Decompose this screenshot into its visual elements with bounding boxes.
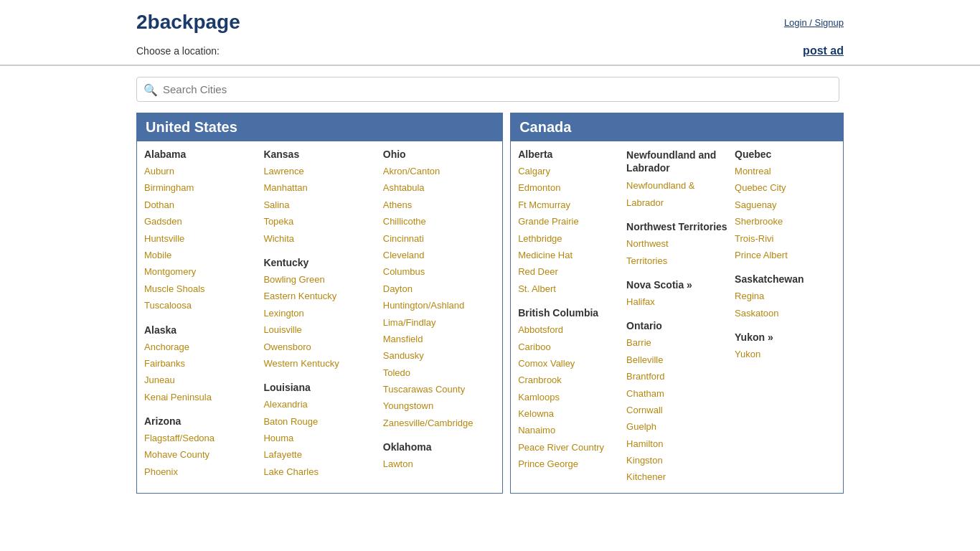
city-prince-george[interactable]: Prince George xyxy=(518,456,619,472)
city-ashtabula[interactable]: Ashtabula xyxy=(383,179,495,196)
us-column-1: Alabama Auburn Birmingham Dothan Gadsden… xyxy=(144,149,256,480)
city-kitchener[interactable]: Kitchener xyxy=(626,468,727,485)
state-alaska: Alaska xyxy=(144,324,256,336)
city-quebec-city[interactable]: Quebec City xyxy=(735,179,836,196)
state-kentucky: Kentucky xyxy=(263,257,375,268)
city-nanaimo[interactable]: Nanaimo xyxy=(518,422,619,438)
city-grande-prairie[interactable]: Grande Prairie xyxy=(518,213,619,230)
city-cornwall[interactable]: Cornwall xyxy=(626,402,727,418)
city-calgary[interactable]: Calgary xyxy=(518,163,619,179)
city-huntington[interactable]: Huntington/Ashland xyxy=(383,297,495,314)
city-kingston[interactable]: Kingston xyxy=(626,452,727,468)
city-auburn[interactable]: Auburn xyxy=(144,163,256,179)
city-mansfield[interactable]: Mansfield xyxy=(383,331,495,347)
city-barrie[interactable]: Barrie xyxy=(626,334,727,351)
city-st-albert[interactable]: St. Albert xyxy=(518,281,619,297)
city-akron[interactable]: Akron/Canton xyxy=(383,163,495,179)
city-guelph[interactable]: Guelph xyxy=(626,418,727,435)
city-mohave[interactable]: Mohave County xyxy=(144,446,256,463)
city-kenai[interactable]: Kenai Peninsula xyxy=(144,389,256,405)
city-trois-rivi[interactable]: Trois-Rivi xyxy=(735,230,836,247)
city-red-deer[interactable]: Red Deer xyxy=(518,263,619,280)
city-bowling-green[interactable]: Bowling Green xyxy=(263,271,375,288)
city-baton-rouge[interactable]: Baton Rouge xyxy=(263,413,375,430)
city-brantford[interactable]: Brantford xyxy=(626,368,727,385)
state-ohio: Ohio xyxy=(383,149,495,160)
city-kelowna[interactable]: Kelowna xyxy=(518,405,619,422)
city-salina[interactable]: Salina xyxy=(263,197,375,213)
canada-column-2: Newfoundland andLabrador Newfoundland &L… xyxy=(626,149,727,486)
city-edmonton[interactable]: Edmonton xyxy=(518,179,619,196)
city-montreal[interactable]: Montreal xyxy=(735,163,836,179)
city-zanesville[interactable]: Zanesville/Cambridge xyxy=(383,415,495,431)
city-dothan[interactable]: Dothan xyxy=(144,197,256,213)
city-lake-charles[interactable]: Lake Charles xyxy=(263,463,375,480)
city-sandusky[interactable]: Sandusky xyxy=(383,347,495,364)
city-birmingham[interactable]: Birmingham xyxy=(144,179,256,196)
city-belleville[interactable]: Belleville xyxy=(626,352,727,368)
city-newfoundland[interactable]: Newfoundland &Labrador xyxy=(626,177,727,211)
site-logo[interactable]: 2backpage xyxy=(136,11,240,34)
city-saguenay[interactable]: Saguenay xyxy=(735,197,836,213)
city-western-kentucky[interactable]: Western Kentucky xyxy=(263,355,375,372)
city-ft-mcmurray[interactable]: Ft Mcmurray xyxy=(518,197,619,213)
city-flagstaff[interactable]: Flagstaff/Sedona xyxy=(144,430,256,446)
city-fairbanks[interactable]: Fairbanks xyxy=(144,355,256,372)
search-icon: 🔍 xyxy=(143,83,158,96)
city-comox[interactable]: Comox Valley xyxy=(518,355,619,372)
city-sherbrooke[interactable]: Sherbrooke xyxy=(735,213,836,230)
choose-location-label: Choose a location: xyxy=(136,45,220,57)
city-alexandria[interactable]: Alexandria xyxy=(263,396,375,413)
city-phoenix[interactable]: Phoenix xyxy=(144,463,256,480)
city-columbus[interactable]: Columbus xyxy=(383,263,495,280)
city-gadsden[interactable]: Gadsden xyxy=(144,213,256,230)
city-lima[interactable]: Lima/Findlay xyxy=(383,314,495,331)
search-input[interactable] xyxy=(136,77,839,102)
city-houma[interactable]: Houma xyxy=(263,430,375,446)
state-nova-scotia: Nova Scotia » xyxy=(626,279,727,291)
city-topeka[interactable]: Topeka xyxy=(263,213,375,230)
city-chillicothe[interactable]: Chillicothe xyxy=(383,213,495,230)
city-kamloops[interactable]: Kamloops xyxy=(518,389,619,405)
city-lethbridge[interactable]: Lethbridge xyxy=(518,230,619,247)
city-yukon[interactable]: Yukon xyxy=(735,346,836,362)
city-tuscaloosa[interactable]: Tuscaloosa xyxy=(144,297,256,314)
city-cariboo[interactable]: Cariboo xyxy=(518,339,619,355)
city-toledo[interactable]: Toledo xyxy=(383,364,495,381)
city-owensboro[interactable]: Owensboro xyxy=(263,339,375,355)
city-muscle-shoals[interactable]: Muscle Shoals xyxy=(144,281,256,297)
city-regina[interactable]: Regina xyxy=(735,288,836,304)
city-manhattan[interactable]: Manhattan xyxy=(263,179,375,196)
city-anchorage[interactable]: Anchorage xyxy=(144,339,256,355)
city-eastern-kentucky[interactable]: Eastern Kentucky xyxy=(263,288,375,304)
city-cranbrook[interactable]: Cranbrook xyxy=(518,372,619,388)
city-juneau[interactable]: Juneau xyxy=(144,372,256,388)
login-signup-link[interactable]: Login / Signup xyxy=(784,17,844,28)
city-hamilton[interactable]: Hamilton xyxy=(626,435,727,452)
city-prince-albert[interactable]: Prince Albert xyxy=(735,247,836,263)
city-abbotsford[interactable]: Abbotsford xyxy=(518,321,619,338)
post-ad-link[interactable]: post ad xyxy=(803,44,844,57)
city-lafayette[interactable]: Lafayette xyxy=(263,446,375,463)
city-lexington[interactable]: Lexington xyxy=(263,305,375,321)
state-oklahoma: Oklahoma xyxy=(383,441,495,453)
city-halifax[interactable]: Halifax xyxy=(626,293,727,310)
city-lawrence[interactable]: Lawrence xyxy=(263,163,375,179)
city-huntsville[interactable]: Huntsville xyxy=(144,230,256,247)
city-athens[interactable]: Athens xyxy=(383,197,495,213)
city-youngstown[interactable]: Youngstown xyxy=(383,397,495,414)
city-louisville[interactable]: Louisville xyxy=(263,321,375,338)
city-dayton[interactable]: Dayton xyxy=(383,281,495,297)
city-cleveland[interactable]: Cleveland xyxy=(383,247,495,263)
city-cincinnati[interactable]: Cincinnati xyxy=(383,230,495,247)
city-chatham[interactable]: Chatham xyxy=(626,385,727,402)
city-peace-river[interactable]: Peace River Country xyxy=(518,439,619,456)
city-montgomery[interactable]: Montgomery xyxy=(144,263,256,280)
city-wichita[interactable]: Wichita xyxy=(263,230,375,247)
city-mobile[interactable]: Mobile xyxy=(144,247,256,263)
city-tuscarawas[interactable]: Tuscarawas County xyxy=(383,381,495,397)
city-saskatoon[interactable]: Saskatoon xyxy=(735,305,836,321)
city-medicine-hat[interactable]: Medicine Hat xyxy=(518,247,619,263)
city-lawton[interactable]: Lawton xyxy=(383,456,495,472)
city-northwest-territories[interactable]: NorthwestTerritories xyxy=(626,235,727,269)
